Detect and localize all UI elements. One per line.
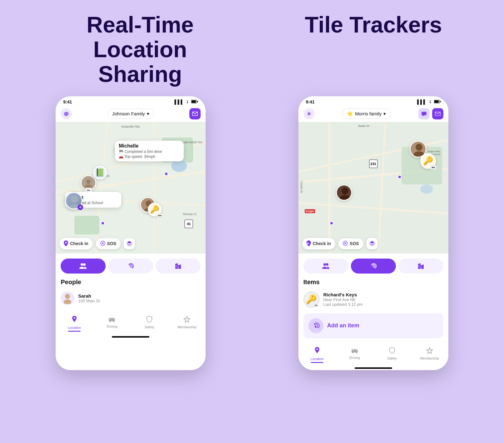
tab-location-right[interactable]: Location — [298, 346, 336, 364]
left-title: Real-Time Location Sharing — [62, 13, 218, 87]
family-selector-left[interactable]: Johnson Family ▾ — [107, 109, 154, 119]
icon-tabs-right — [303, 259, 443, 274]
sos-btn-right[interactable]: SOS — [338, 238, 363, 249]
tab-driving-left[interactable]: Driving — [93, 315, 131, 333]
wifi-icon-right — [428, 99, 433, 104]
tab-label-safety-left: Safety — [145, 325, 154, 329]
michelle-info-bubble: Michelle 🏁 Completed a 5mi drive 🚗 Top s… — [115, 141, 184, 161]
tab-bar-right: Location Driving Safety Membership — [298, 343, 448, 365]
battery-icon-left — [191, 99, 198, 104]
tracker-tab-right[interactable] — [351, 259, 396, 274]
sos-label-right: SOS — [350, 241, 359, 246]
sarah-avatar — [61, 291, 74, 305]
tab-location-left[interactable]: Location — [56, 315, 93, 333]
tab-label-location-right: Location — [311, 357, 324, 361]
gear-button-right[interactable] — [303, 108, 315, 119]
wifi-icon-left — [185, 99, 190, 104]
add-item-box[interactable]: Add an item — [303, 313, 443, 338]
family-name-left: Johnson Family — [112, 111, 145, 116]
keys-marker[interactable]: 🔑 tile — [148, 203, 162, 216]
map-controls-left: Check in SOS — [59, 238, 135, 249]
tile-badge-right: tile — [430, 165, 437, 169]
membership-tab-icon — [183, 316, 190, 325]
tracker-tab-left[interactable] — [108, 259, 153, 274]
tab-safety-left[interactable]: Safety — [131, 315, 168, 333]
signal-icon-left: ▌▌▌ — [174, 99, 184, 104]
svg-point-4 — [86, 179, 91, 184]
tab-driving-right[interactable]: Driving — [336, 346, 373, 364]
checkin-btn-left[interactable]: Check in — [59, 238, 92, 249]
map-label-butler: Butler Dr — [358, 124, 370, 128]
chevron-icon-left: ▾ — [147, 111, 149, 117]
michelle-marker[interactable]: ⊕ Michelle 🏁 Completed a 5mi drive 🚗 Top… — [115, 141, 134, 159]
section-title-right: Items — [303, 279, 443, 286]
tab-membership-left[interactable]: Membership — [168, 315, 206, 333]
svg-point-27 — [424, 113, 424, 114]
phone-header-right: ⭐ Morris family ▾ — [298, 106, 448, 122]
layers-btn-right[interactable] — [367, 238, 378, 249]
svg-rect-3 — [197, 101, 198, 102]
map-label-3: Thomas Ct — [182, 213, 196, 216]
location-dot-right-2 — [398, 175, 402, 179]
svg-point-5 — [85, 184, 92, 187]
item-row-keys[interactable]: 🔑 tile Richard's Keys Near First Ave NE … — [303, 289, 443, 310]
home-indicator-right — [355, 367, 392, 369]
sos-btn-left[interactable]: SOS — [96, 238, 121, 249]
map-left[interactable]: Bradyville Pike Wall St Thomas Ct Todd L… — [56, 122, 206, 253]
checkin-btn-right[interactable]: Check in — [302, 238, 335, 249]
page-header: Real-Time Location Sharing Tile Trackers — [19, 13, 485, 87]
map-label-road: Bradyville Pike — [122, 125, 140, 128]
map-right[interactable]: Indian HillsGolf Course Butler Dr Comer … — [298, 122, 448, 253]
layers-btn-left[interactable] — [124, 238, 135, 249]
tab-label-driving-right: Driving — [349, 356, 360, 360]
mail-button-right[interactable] — [432, 108, 443, 119]
tab-membership-right[interactable]: Membership — [411, 346, 448, 364]
star-badge-right: ⭐ — [347, 111, 353, 117]
gear-button-left[interactable] — [61, 108, 72, 119]
phones-container: 9:41 ▌▌▌ Johnson Family ▾ — [19, 96, 485, 370]
people-tab-right[interactable] — [303, 259, 348, 274]
svg-rect-23 — [434, 100, 439, 103]
building-tab-right[interactable] — [398, 259, 443, 274]
family-selector-right[interactable]: ⭐ Morris family ▾ — [342, 108, 391, 119]
bottom-panel-left: People Sarah 105 Main St — [56, 253, 206, 312]
home-indicator-left — [112, 336, 149, 338]
book-marker[interactable]: 📗 — [93, 166, 107, 179]
location-tab-icon — [71, 316, 77, 325]
man2-marker[interactable] — [336, 184, 352, 201]
person-row-sarah[interactable]: Sarah 105 Main St — [61, 289, 201, 307]
tab-label-safety-right: Safety — [387, 356, 397, 360]
driving-tab-icon-right — [351, 347, 358, 355]
route-231-badge: 231 — [369, 159, 378, 168]
checkin-label-left: Check in — [70, 241, 88, 246]
keys-emoji: 🔑 — [306, 294, 317, 305]
battery-icon-right — [434, 99, 441, 104]
checkin-icon-left — [64, 240, 68, 247]
keys-sub2: Last updated 3:12 pm — [323, 302, 443, 307]
sos-icon-left — [100, 241, 105, 247]
svg-point-28 — [425, 113, 425, 114]
svg-point-37 — [352, 351, 354, 353]
sos-label-left: SOS — [107, 241, 117, 246]
route-badge: 41 — [184, 219, 193, 228]
bottom-panel-right: Items 🔑 tile Richard's Keys Near First A… — [298, 253, 448, 343]
keys-name: Richard's Keys — [323, 292, 443, 297]
people-tab-left[interactable] — [61, 259, 106, 274]
jason-marker[interactable]: Jason 📍 Arrived at School ⊕ — [65, 192, 82, 209]
chat-btn-right[interactable] — [418, 108, 430, 119]
safety-tab-icon — [146, 316, 152, 325]
tile-badge-keys: tile — [157, 214, 163, 218]
sarah-name: Sarah — [78, 293, 201, 299]
checkin-icon-right — [307, 240, 311, 247]
tab-safety-right[interactable]: Safety — [373, 346, 411, 364]
tab-label-location-left: Location — [68, 326, 81, 330]
add-item-label: Add an item — [327, 322, 359, 329]
location-dot-2 — [164, 172, 168, 176]
tab-label-membership-left: Membership — [177, 325, 197, 329]
building-tab-left[interactable] — [156, 259, 201, 274]
mail-button-left[interactable] — [189, 108, 201, 119]
airtag-badge-jason: ⊕ — [77, 204, 83, 210]
keys-tile-marker[interactable]: 🔑 tile — [420, 153, 436, 169]
location-dot-1 — [101, 221, 105, 225]
status-bar-left: 9:41 ▌▌▌ — [56, 96, 206, 106]
